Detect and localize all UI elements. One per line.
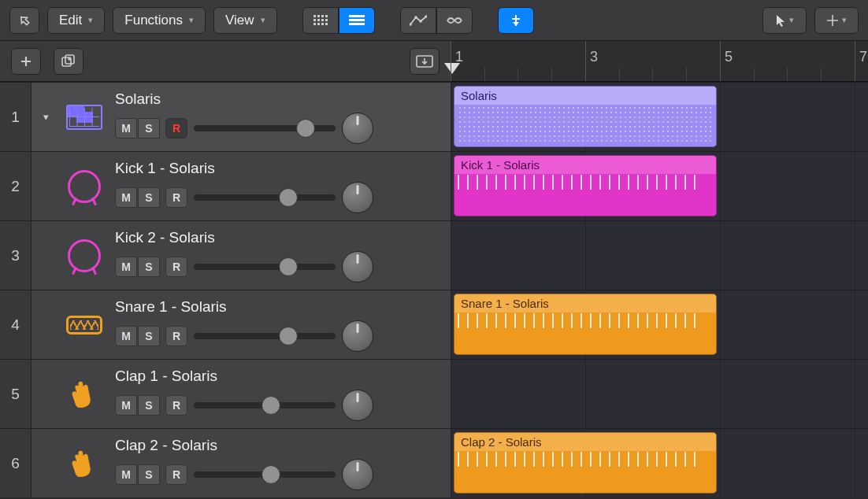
flex-button[interactable]: [436, 7, 473, 34]
track-name: Kick 2 - Solaris: [115, 229, 441, 246]
region-row[interactable]: Solaris: [451, 82, 868, 151]
track-header[interactable]: Kick 2 - SolarisMSR: [32, 220, 451, 290]
ruler[interactable]: 1357: [451, 41, 868, 82]
region[interactable]: Clap 2 - Solaris: [454, 432, 717, 493]
add-track-button[interactable]: [11, 48, 41, 75]
track-header[interactable]: Kick 1 - SolarisMSR: [32, 151, 451, 220]
chevron-down-icon: ▾: [261, 15, 265, 25]
track-header[interactable]: Clap 2 - SolarisMSR: [32, 428, 451, 497]
svg-rect-8: [313, 23, 316, 25]
grid-view-button[interactable]: [302, 7, 339, 34]
mute-button[interactable]: M: [115, 464, 137, 485]
msr-group: MSR: [115, 326, 187, 346]
volume-slider[interactable]: [194, 125, 336, 131]
catch-playhead-button[interactable]: [498, 7, 534, 34]
track-row[interactable]: 6Clap 2 - SolarisMSR: [0, 428, 451, 497]
pointer-icon: [775, 14, 786, 27]
secondary-tool-button[interactable]: ▾: [814, 7, 859, 34]
pan-knob[interactable]: [342, 320, 373, 352]
ruler-label: 7: [859, 49, 867, 65]
volume-slider[interactable]: [194, 194, 336, 201]
track-header[interactable]: Snare 1 - SolarisMSR: [32, 290, 451, 359]
mute-button[interactable]: M: [115, 257, 137, 277]
track-row[interactable]: 5Clap 1 - SolarisMSR: [0, 359, 451, 428]
region-row[interactable]: [451, 359, 868, 428]
track-name: Clap 2 - Solaris: [115, 437, 441, 454]
solo-button[interactable]: S: [138, 326, 160, 346]
record-enable-button[interactable]: R: [165, 257, 187, 277]
automation-curve-button[interactable]: [400, 7, 436, 34]
clap-icon: [69, 379, 99, 410]
solo-button[interactable]: S: [138, 464, 160, 485]
track-row[interactable]: 1▾SolarisMSR: [0, 82, 451, 151]
mute-button[interactable]: M: [115, 395, 137, 416]
pan-knob[interactable]: [342, 459, 373, 490]
solo-button[interactable]: S: [138, 118, 160, 139]
volume-slider[interactable]: [194, 471, 336, 478]
region[interactable]: Kick 1 - Solaris: [454, 155, 717, 216]
track-name: Kick 1 - Solaris: [115, 160, 441, 177]
pan-knob[interactable]: [342, 182, 373, 213]
mute-button[interactable]: M: [115, 118, 137, 139]
solo-button[interactable]: S: [138, 187, 160, 208]
edit-menu[interactable]: Edit▾: [47, 7, 105, 34]
track-row[interactable]: 3Kick 2 - SolarisMSR: [0, 220, 451, 290]
svg-rect-6: [321, 19, 324, 21]
svg-rect-14: [349, 23, 365, 25]
duplicate-track-button[interactable]: [54, 48, 83, 75]
track-number: 1: [0, 82, 32, 151]
mute-button[interactable]: M: [115, 326, 137, 346]
region[interactable]: Solaris: [454, 86, 717, 147]
region[interactable]: Snare 1 - Solaris: [454, 294, 717, 355]
record-enable-button[interactable]: R: [165, 464, 187, 485]
solo-button[interactable]: S: [138, 257, 160, 277]
track-header[interactable]: Clap 1 - SolarisMSR: [32, 359, 451, 428]
track-number: 5: [0, 359, 32, 428]
solo-button[interactable]: S: [138, 395, 160, 416]
catch-icon: [509, 13, 523, 28]
functions-label: Functions: [124, 13, 183, 28]
track-number: 3: [0, 220, 32, 290]
view-menu[interactable]: View▾: [213, 7, 277, 34]
pan-knob[interactable]: [342, 251, 373, 283]
volume-slider[interactable]: [194, 402, 336, 408]
region-row[interactable]: Snare 1 - Solaris: [451, 290, 868, 359]
svg-rect-9: [317, 23, 320, 25]
record-enable-button[interactable]: R: [165, 395, 187, 416]
pointer-tool-button[interactable]: ▾: [762, 7, 807, 34]
kick-drum-icon: [68, 170, 101, 203]
volume-slider[interactable]: [194, 264, 336, 270]
volume-slider[interactable]: [194, 333, 336, 339]
disclosure-button[interactable]: ▾: [38, 111, 54, 123]
list-view-button[interactable]: [339, 7, 375, 34]
region-label: Solaris: [454, 87, 716, 105]
track-number: 4: [0, 290, 32, 359]
track-row[interactable]: 4Snare 1 - SolarisMSR: [0, 290, 451, 359]
svg-rect-13: [349, 19, 365, 21]
pan-knob[interactable]: [342, 113, 373, 144]
pan-knob[interactable]: [342, 390, 373, 421]
svg-rect-2: [321, 15, 324, 17]
drum-machine-icon: [66, 105, 102, 130]
track-row[interactable]: 2Kick 1 - SolarisMSR: [0, 151, 451, 220]
arrangement[interactable]: SolarisKick 1 - SolarisSnare 1 - Solaris…: [451, 82, 868, 497]
region-row[interactable]: [451, 220, 868, 290]
track-number: 6: [0, 428, 32, 497]
record-enable-button[interactable]: R: [165, 326, 187, 346]
track-header[interactable]: ▾SolarisMSR: [32, 82, 451, 151]
ruler-label: 3: [590, 49, 598, 65]
record-enable-button[interactable]: R: [165, 187, 187, 208]
record-enable-button[interactable]: R: [165, 118, 187, 139]
functions-menu[interactable]: Functions▾: [113, 7, 206, 34]
region-label: Clap 2 - Solaris: [454, 433, 716, 451]
view-mode-group: [302, 7, 375, 34]
back-button[interactable]: [9, 7, 39, 34]
mute-button[interactable]: M: [115, 187, 137, 208]
screen-arrow-icon: [416, 55, 433, 68]
tool-group-1: ▾: [762, 7, 807, 34]
catch-content-button[interactable]: [410, 48, 440, 75]
region-row[interactable]: Kick 1 - Solaris: [451, 151, 868, 220]
region-row[interactable]: Clap 2 - Solaris: [451, 428, 868, 497]
chevron-down-icon: ▾: [789, 15, 794, 25]
track-list: 1▾SolarisMSR2Kick 1 - SolarisMSR3Kick 2 …: [0, 82, 451, 497]
